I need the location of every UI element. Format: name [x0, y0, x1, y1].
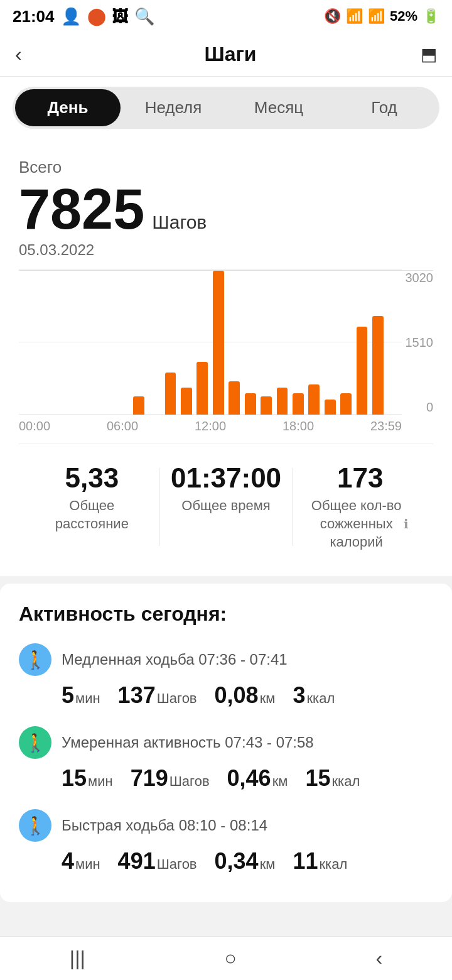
steps-value: 7825: [19, 181, 144, 237]
chart-bar-col-5: [99, 271, 114, 415]
activity-item-0: 🚶 Медленная ходьба 07:36 - 07:41 5 мин 1…: [19, 643, 433, 709]
chart-bar-col-4: [83, 271, 99, 415]
tab-day[interactable]: День: [15, 89, 121, 126]
activity-name-time-2: Быстрая ходьба 08:10 - 08:14: [62, 817, 267, 834]
y-label-bottom: 0: [406, 400, 434, 415]
status-time: 21:04: [13, 7, 55, 26]
mute-icon: 🔇: [324, 8, 341, 24]
activity-card: Активность сегодня: 🚶 Медленная ходьба 0…: [0, 584, 452, 902]
chart-bar-col-14: [242, 271, 258, 415]
act-stat-steps-1: 719 Шагов: [131, 765, 210, 792]
chart-bar-7: [133, 396, 144, 415]
activity-item-1: 🚶 Умеренная активность 07:43 - 07:58 15 …: [19, 726, 433, 792]
chart-bar-22: [372, 316, 384, 415]
chart-bar-15: [261, 396, 272, 415]
chart-bar-col-3: [67, 271, 82, 415]
chart-bar-col-23: [386, 271, 402, 415]
act-stat-kcal-1: 15 ккал: [305, 765, 360, 792]
act-stat-min-2: 4 мин: [62, 848, 100, 872]
steps-unit: Шагов: [152, 212, 207, 233]
bottom-nav: ||| ○ ‹: [0, 936, 452, 980]
stat-time-label: Общее время: [181, 497, 270, 515]
chart-bar-col-17: [290, 271, 306, 415]
signal-icon: 📶: [368, 8, 385, 24]
wifi-icon: 📶: [346, 8, 363, 24]
chart-bar-col-20: [338, 271, 353, 415]
status-right: 🔇 📶 📶 52% 🔋: [324, 8, 439, 24]
tab-week[interactable]: Неделя: [121, 89, 226, 126]
steps-date: 05.03.2022: [19, 241, 433, 259]
chart-bar-18: [308, 384, 320, 415]
act-stat-kcal-0: 3 ккал: [293, 682, 335, 709]
tab-month[interactable]: Месяц: [226, 89, 331, 126]
activity-icon-moderate: 🚶: [19, 726, 51, 759]
chart-x-labels: 00:00 06:00 12:00 18:00 23:59: [19, 419, 402, 433]
stat-calories: 173 Общее кол-во сожженных калорий ℹ: [293, 463, 427, 551]
chart-bar-11: [196, 362, 208, 415]
activity-header-1: 🚶 Умеренная активность 07:43 - 07:58: [19, 726, 433, 759]
image-icon: 🖼: [112, 7, 128, 26]
activity-card-title: Активность сегодня:: [19, 602, 433, 626]
stat-distance: 5,33 Общее расстояние: [25, 463, 159, 551]
chart-bar-col-0: [19, 271, 35, 415]
record-icon: ⬤: [87, 7, 105, 26]
chart-bar-col-11: [195, 271, 210, 415]
act-stat-km-2: 0,34 км: [215, 848, 276, 872]
chart-bar-16: [277, 388, 288, 415]
nav-home-button[interactable]: ○: [199, 940, 261, 976]
nav-back-button[interactable]: ‹: [350, 940, 407, 976]
chart-bar-col-13: [226, 271, 242, 415]
person-icon: 👤: [61, 7, 81, 26]
act-stat-min-0: 5 мин: [62, 682, 100, 709]
chart-bar-9: [165, 373, 176, 415]
chart-bar-19: [325, 400, 336, 415]
chart-bar-col-7: [131, 271, 146, 415]
chart-bar-10: [181, 388, 192, 415]
chart-y-labels: 3020 1510 0: [406, 271, 434, 433]
activity-item-2: 🚶 Быстрая ходьба 08:10 - 08:14 4 мин 491…: [19, 809, 433, 872]
act-stat-min-1: 15 мин: [62, 765, 113, 792]
act-stat-steps-0: 137 Шагов: [118, 682, 197, 709]
page-title: Шаги: [205, 43, 257, 66]
chart-bar-13: [229, 381, 240, 415]
stat-distance-label: Общее расстояние: [41, 497, 142, 533]
chart-bar-14: [245, 393, 256, 415]
chart-bar-17: [293, 393, 304, 415]
x-label-0: 00:00: [19, 419, 50, 433]
chart-grid-top: [19, 270, 402, 270]
stat-distance-value: 5,33: [65, 463, 119, 493]
top-nav: ‹ Шаги ⬒: [0, 33, 452, 77]
act-stat-km-1: 0,46 км: [227, 765, 288, 792]
chart-bar-col-1: [35, 271, 50, 415]
export-button[interactable]: ⬒: [421, 44, 437, 65]
x-label-3: 18:00: [282, 419, 314, 433]
chart-bar-col-22: [370, 271, 385, 415]
battery-icon: 🔋: [422, 8, 439, 24]
activity-name-time-0: Медленная ходьба 07:36 - 07:41: [62, 651, 288, 668]
activity-icon-slow: 🚶: [19, 643, 51, 676]
x-label-2: 12:00: [195, 419, 226, 433]
activity-header-0: 🚶 Медленная ходьба 07:36 - 07:41: [19, 643, 433, 676]
nav-menu-button[interactable]: |||: [45, 940, 110, 976]
tab-bar-inner: День Неделя Месяц Год: [13, 87, 439, 129]
chart-bar-col-10: [178, 271, 194, 415]
activity-stats-0: 5 мин 137 Шагов 0,08 км 3 ккал: [19, 682, 433, 709]
stat-time-value: 01:37:00: [171, 463, 281, 493]
activity-name-time-1: Умеренная активность 07:43 - 07:58: [62, 734, 314, 751]
activity-icon-fast: 🚶: [19, 809, 51, 842]
battery-label: 52%: [390, 8, 417, 24]
stat-calories-label: Общее кол-во сожженных калорий ℹ: [311, 497, 409, 551]
chart-bar-col-15: [258, 271, 274, 415]
back-button[interactable]: ‹: [15, 43, 40, 66]
act-stat-steps-2: 491 Шагов: [118, 848, 197, 872]
tab-year[interactable]: Год: [331, 89, 437, 126]
chart-bar-col-16: [274, 271, 290, 415]
main-content: Всего 7825 Шагов 05.03.2022 3020 1510 0 …: [0, 139, 452, 576]
steps-value-row: 7825 Шагов: [19, 181, 433, 237]
info-icon[interactable]: ℹ: [404, 516, 409, 532]
chart-bar-col-2: [51, 271, 67, 415]
activity-stats-2: 4 мин 491 Шагов 0,34 км 11 ккал: [19, 848, 433, 872]
chart-bar-col-21: [354, 271, 370, 415]
chart-bar-20: [340, 393, 352, 415]
search-status-icon: 🔍: [134, 7, 154, 26]
